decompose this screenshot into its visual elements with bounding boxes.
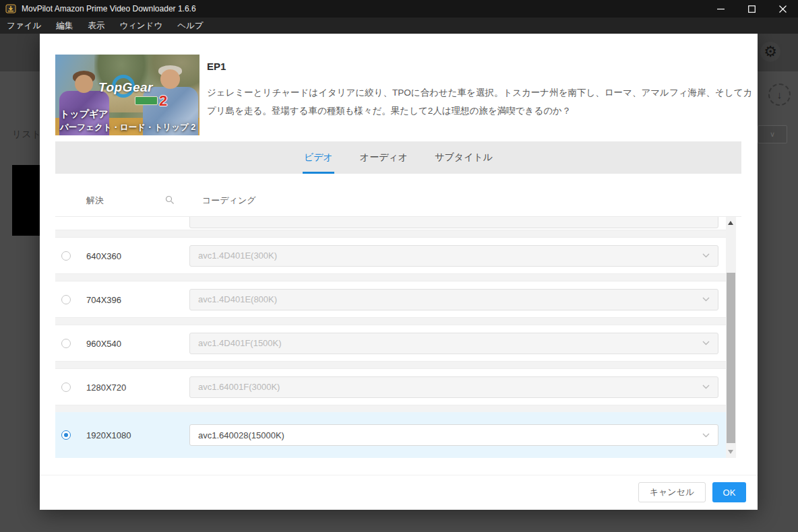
chevron-down-icon — [702, 385, 710, 389]
chevron-down-icon — [702, 297, 710, 302]
radio-button-checked[interactable] — [61, 430, 71, 440]
menu-edit[interactable]: 編集 — [56, 20, 73, 32]
topgear-green-sign — [135, 96, 158, 105]
cancel-button[interactable]: キャンセル — [638, 482, 706, 502]
settings-gear-icon[interactable]: ⚙ — [760, 42, 780, 62]
radio-button[interactable] — [61, 295, 71, 304]
codec-dropdown[interactable]: avc1.4D401E(800K) — [189, 289, 718, 310]
menu-help[interactable]: ヘルプ — [177, 20, 203, 32]
tab-subtitle[interactable]: サブタイトル — [433, 141, 494, 174]
episode-thumbnail: TopGear 2 トップギア パーフェクト・ロード・トリップ 2 — [55, 55, 200, 135]
codec-dropdown[interactable]: avc1.4D401F(1500K) — [189, 333, 718, 354]
codec-dropdown[interactable]: avc1.640028(15000K) — [189, 424, 718, 446]
resolution-label: 640X360 — [86, 251, 121, 261]
codec-value: avc1.64001F(3000K) — [198, 382, 702, 392]
window-title: MovPilot Amazon Prime Video Downloader 1… — [22, 4, 196, 13]
minimize-button[interactable] — [705, 0, 736, 18]
format-tabs: ビデオ オーディオ サブタイトル — [55, 141, 741, 174]
codec-value: avc1.640028(15000K) — [198, 430, 702, 440]
menu-window[interactable]: ウィンドウ — [119, 20, 162, 32]
resolution-label: 704X396 — [86, 294, 121, 304]
column-resolution: 解決 — [86, 195, 104, 207]
codec-value: avc1.4D401E(800K) — [198, 294, 702, 304]
tab-video[interactable]: ビデオ — [303, 141, 334, 174]
column-codec: コーディング — [202, 195, 256, 207]
list-tab-label: リスト — [12, 129, 41, 141]
table-row[interactable]: 1280X720 avc1.64001F(3000K) — [55, 368, 736, 405]
table-row[interactable]: 704X396 avc1.4D401E(800K) — [55, 281, 736, 318]
codec-dropdown[interactable] — [189, 217, 718, 228]
codec-dropdown[interactable]: avc1.4D401E(300K) — [189, 245, 718, 267]
thumbnail-caption-line2: パーフェクト・ロード・トリップ 2 — [60, 122, 195, 133]
resolution-label: 960X540 — [86, 338, 121, 348]
close-button[interactable] — [767, 0, 798, 18]
format-table-body: 640X360 avc1.4D401E(300K) 704X396 avc1.4… — [55, 217, 736, 458]
radio-button[interactable] — [61, 383, 71, 392]
table-row[interactable]: 960X540 avc1.4D401F(1500K) — [55, 325, 736, 362]
table-row[interactable]: 640X360 avc1.4D401E(300K) — [55, 237, 736, 274]
episode-title: EP1 — [207, 61, 226, 72]
topgear-logo: TopGear — [98, 80, 153, 95]
title-bar: MovPilot Amazon Prime Video Downloader 1… — [0, 0, 798, 18]
codec-value: avc1.4D401F(1500K) — [198, 338, 702, 348]
episode-description: ジェレミーとリチャードはイタリアに絞り、TPOに合わせた車を選択。トスカーナ州を… — [207, 84, 758, 120]
tab-audio[interactable]: オーディオ — [359, 141, 409, 174]
background-video-thumbnail — [12, 165, 40, 236]
search-icon[interactable] — [165, 195, 175, 205]
radio-button[interactable] — [61, 339, 71, 348]
maximize-button[interactable] — [736, 0, 767, 18]
table-header: 解決 コーディング — [55, 185, 741, 217]
scroll-down-arrow-icon[interactable] — [728, 450, 733, 454]
menu-file[interactable]: ファイル — [7, 20, 41, 32]
menu-bar: ファイル 編集 表示 ウィンドウ ヘルプ — [0, 18, 798, 34]
footer-divider — [40, 475, 758, 475]
chevron-down-icon — [702, 253, 710, 258]
chevron-down-icon — [702, 341, 710, 345]
app-download-icon — [5, 3, 16, 14]
menu-view[interactable]: 表示 — [88, 20, 104, 32]
codec-dropdown[interactable]: avc1.64001F(3000K) — [189, 376, 718, 398]
download-circle-icon[interactable]: ↓ — [768, 84, 791, 106]
resolution-label: 1280X720 — [86, 382, 126, 392]
table-row-partial — [55, 217, 736, 230]
radio-button[interactable] — [61, 251, 71, 261]
background-dropdown[interactable]: ∨ — [758, 125, 787, 143]
format-selection-dialog: TopGear 2 トップギア パーフェクト・ロード・トリップ 2 EP1 ジェ… — [40, 32, 758, 510]
topgear-badge: 2 — [159, 92, 167, 110]
scroll-up-arrow-icon[interactable] — [728, 221, 733, 225]
table-row-selected[interactable]: 1920X1080 avc1.640028(15000K) — [55, 412, 736, 458]
resolution-label: 1920X1080 — [86, 430, 131, 440]
chevron-down-icon — [702, 433, 710, 438]
thumbnail-caption-line1: トップギア — [60, 108, 109, 121]
codec-value: avc1.4D401E(300K) — [198, 251, 702, 261]
ok-button[interactable]: OK — [712, 482, 746, 502]
table-scrollbar[interactable] — [726, 217, 736, 458]
scrollbar-thumb[interactable] — [727, 273, 735, 443]
